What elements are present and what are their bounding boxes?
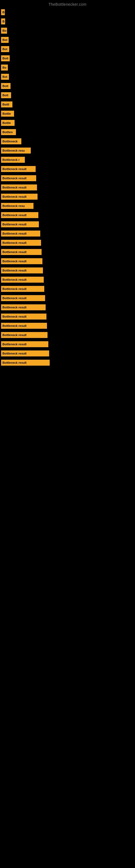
bar-label: Bottleneck result <box>1 295 45 301</box>
bar-row: Bott <box>0 91 135 100</box>
bar-label: Bottleneck resu <box>1 203 34 209</box>
bar-label: Bo <box>1 28 7 34</box>
bar-label: Bottleneck result <box>1 212 38 218</box>
bar-label: Bottle <box>1 120 14 126</box>
bar-label: Bot <box>1 37 9 43</box>
bar-row: Bottleneck result <box>0 164 135 174</box>
bar-label: Bottleneck r <box>1 157 25 163</box>
bar-row: Bottleneck r <box>0 155 135 164</box>
bar-row: Bott <box>0 54 135 63</box>
bar-row: Bottle <box>0 118 135 127</box>
bar-row: Bottleneck result <box>0 192 135 201</box>
bar-row: Bottleneck result <box>0 211 135 220</box>
bar-label: Bottleneck resu <box>1 148 31 154</box>
bar-row: Bo <box>0 63 135 72</box>
bar-label: Bottle <box>1 111 14 117</box>
site-title-container: TheBottlenecker.com <box>0 0 135 8</box>
bar-label: Bottl <box>1 101 12 107</box>
bar-row: Bottleneck result <box>0 266 135 275</box>
bar-row: Bott <box>0 82 135 91</box>
bar-label: Bottleneck result <box>1 184 37 190</box>
bar-label: Bottleneck result <box>1 277 44 283</box>
bar-label: Bottleneck result <box>1 323 47 329</box>
bar-row: Bottle <box>0 109 135 118</box>
bar-label: Bottleneck result <box>1 258 42 264</box>
bar-label: Bottleneck result <box>1 350 49 356</box>
bar-row: Bot <box>0 35 135 44</box>
bar-row: Bottleneck result <box>0 330 135 340</box>
bar-label: Bottleneck result <box>1 360 50 366</box>
bar-row: Bottleneck result <box>0 303 135 312</box>
bar-row: Bottleneck result <box>0 349 135 358</box>
bar-row: B <box>0 8 135 17</box>
bar-row: Bottlen <box>0 127 135 137</box>
bar-label: B <box>1 9 5 15</box>
bar-row: Bottleneck result <box>0 220 135 229</box>
bar-row: Bottleneck result <box>0 257 135 266</box>
bar-label: Bott <box>1 55 10 61</box>
bar-label: Bottlen <box>1 129 16 135</box>
bar-label: Bottleneck result <box>1 286 44 292</box>
bar-row: Bottleneck result <box>0 358 135 367</box>
bar-label: Bottleneck <box>1 138 21 144</box>
bar-label: Bo <box>1 65 8 70</box>
bar-label: Bottleneck result <box>1 194 38 199</box>
bar-row: Bottleneck result <box>0 183 135 192</box>
bar-row: Bottleneck result <box>0 284 135 293</box>
bar-label: Bottleneck result <box>1 166 36 172</box>
bar-row: Bottl <box>0 100 135 109</box>
bar-row: B <box>0 17 135 26</box>
bar-row: Bottleneck result <box>0 312 135 321</box>
bars-list: BBBoBotBotBottBoBotBottBottBottlBottleBo… <box>0 8 135 367</box>
bar-row: Bottleneck result <box>0 174 135 183</box>
bar-label: Bot <box>1 74 9 80</box>
bar-row: Bottleneck result <box>0 238 135 247</box>
bar-row: Bot <box>0 44 135 54</box>
bar-label: Bottleneck result <box>1 332 48 338</box>
bar-label: Bottleneck result <box>1 304 46 310</box>
bar-row: Bottleneck result <box>0 275 135 284</box>
bar-label: B <box>1 19 5 24</box>
bar-row: Bot <box>0 72 135 82</box>
bar-row: Bottleneck <box>0 137 135 146</box>
bar-label: Bottleneck result <box>1 314 46 319</box>
bar-label: Bottleneck result <box>1 175 36 181</box>
bar-label: Bottleneck result <box>1 240 41 246</box>
bar-label: Bot <box>1 46 9 52</box>
bar-label: Bottleneck result <box>1 221 39 227</box>
bar-row: Bottleneck result <box>0 229 135 238</box>
bar-row: Bottleneck resu <box>0 146 135 155</box>
site-title: TheBottlenecker.com <box>0 0 135 8</box>
bar-row: Bottleneck resu <box>0 201 135 211</box>
bar-row: Bottleneck result <box>0 321 135 330</box>
bar-row: Bottleneck result <box>0 293 135 303</box>
bar-row: Bottleneck result <box>0 340 135 349</box>
bar-label: Bottleneck result <box>1 249 42 255</box>
bar-label: Bottleneck result <box>1 230 40 237</box>
bar-row: Bottleneck result <box>0 247 135 257</box>
bar-label: Bott <box>1 92 11 98</box>
bar-label: Bott <box>1 83 10 89</box>
bar-label: Bottleneck result <box>1 268 43 273</box>
bar-label: Bottleneck result <box>1 341 48 347</box>
bar-row: Bo <box>0 26 135 35</box>
